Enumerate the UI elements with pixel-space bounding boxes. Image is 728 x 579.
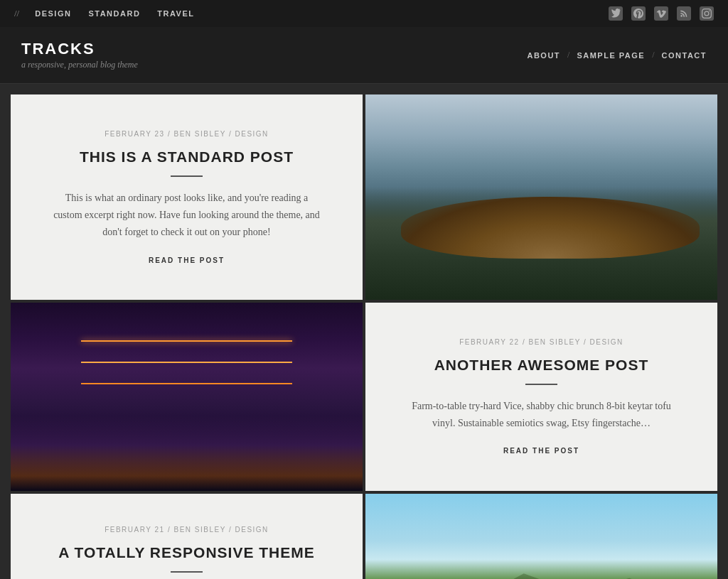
rss-icon[interactable] [677, 6, 691, 21]
site-header: TRACKS a responsive, personal blog theme… [0, 27, 728, 84]
post-card-2-text: FEBRUARY 22 / BEN SIBLEY / DESIGN ANOTHE… [365, 303, 717, 491]
top-nav-left: // DESIGN STANDARD TRAVEL [14, 8, 202, 19]
post-2-divider [525, 384, 557, 385]
landscape-image [365, 494, 717, 579]
nav-item-travel[interactable]: TRAVEL [150, 9, 201, 18]
post-3-meta: FEBRUARY 21 / BEN SIBLEY / DESIGN [105, 526, 269, 534]
header-nav-contact[interactable]: CONTACT [662, 51, 707, 60]
header-nav-sample[interactable]: SAMPLE PAGE [577, 51, 645, 60]
post-2-read-more[interactable]: READ THE POST [503, 447, 579, 455]
nav-slashes: // [14, 8, 19, 19]
post-1-image [365, 94, 717, 300]
post-card-3-text: FEBRUARY 21 / BEN SIBLEY / DESIGN A TOTA… [11, 494, 363, 579]
vimeo-icon[interactable] [654, 6, 668, 21]
post-1-divider [171, 175, 203, 177]
forest-image [365, 94, 717, 300]
header-navigation: ABOUT / SAMPLE PAGE / CONTACT [527, 50, 707, 60]
post-row-2: FEBRUARY 22 / BEN SIBLEY / DESIGN ANOTHE… [11, 303, 717, 491]
post-1-read-more[interactable]: READ THE POST [149, 256, 225, 264]
site-subtitle: a responsive, personal blog theme [21, 60, 138, 70]
nav-separator-1: / [567, 50, 569, 60]
post-2-excerpt: Farm-to-table try-hard Vice, shabby chic… [405, 398, 678, 432]
post-1-excerpt: This is what an ordinary post looks like… [50, 190, 323, 240]
post-2-title: ANOTHER AWESOME POST [434, 356, 649, 374]
main-content: FEBRUARY 23 / BEN SIBLEY / DESIGN THIS I… [0, 84, 728, 579]
site-title: TRACKS [21, 40, 138, 58]
twitter-icon[interactable] [609, 6, 623, 21]
post-3-image [365, 494, 717, 579]
top-navigation: // DESIGN STANDARD TRAVEL [0, 0, 728, 27]
header-nav-about[interactable]: ABOUT [527, 51, 560, 60]
pinterest-icon[interactable] [631, 6, 646, 21]
post-card-1-text: FEBRUARY 23 / BEN SIBLEY / DESIGN THIS I… [11, 94, 363, 300]
post-3-divider [171, 571, 203, 573]
bridge-image [11, 303, 363, 491]
post-2-meta: FEBRUARY 22 / BEN SIBLEY / DESIGN [459, 338, 623, 346]
instagram-icon[interactable] [700, 6, 714, 21]
site-branding: TRACKS a responsive, personal blog theme [21, 40, 138, 70]
post-1-title: THIS IS A STANDARD POST [80, 148, 294, 166]
post-3-title: A TOTALLY RESPONSIVE THEME [58, 543, 315, 561]
post-2-image [11, 303, 363, 491]
post-row-3: FEBRUARY 21 / BEN SIBLEY / DESIGN A TOTA… [11, 494, 717, 579]
nav-separator-2: / [652, 50, 654, 60]
post-row-1: FEBRUARY 23 / BEN SIBLEY / DESIGN THIS I… [11, 94, 717, 300]
social-icons-group [609, 6, 714, 21]
nav-item-standard[interactable]: STANDARD [81, 9, 147, 18]
nav-item-design[interactable]: DESIGN [28, 9, 78, 18]
post-1-meta: FEBRUARY 23 / BEN SIBLEY / DESIGN [105, 130, 269, 138]
post-grid: FEBRUARY 23 / BEN SIBLEY / DESIGN THIS I… [11, 94, 717, 579]
